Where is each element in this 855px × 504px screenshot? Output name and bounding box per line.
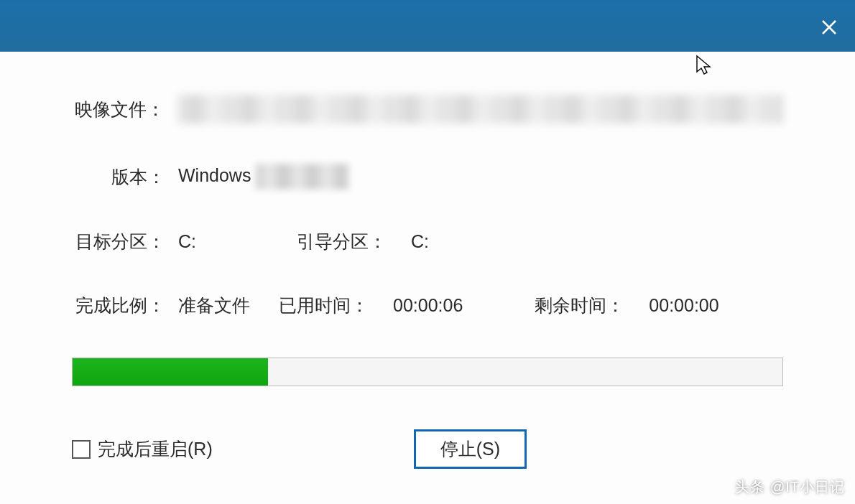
boot-partition-label: 引导分区：: [297, 230, 387, 253]
version-value: Windows: [178, 164, 349, 190]
close-button[interactable]: [816, 14, 842, 40]
target-partition-value: C:: [178, 231, 196, 252]
partition-row: 目标分区： C: 引导分区： C:: [72, 230, 783, 253]
restart-checkbox-group[interactable]: 完成后重启(R): [72, 437, 213, 461]
image-file-label: 映像文件：: [72, 98, 165, 121]
progress-fill: [73, 358, 268, 386]
version-suffix-blurred: [256, 164, 349, 190]
remaining-time-value: 00:00:00: [649, 295, 718, 316]
completion-ratio-label: 完成比例：: [72, 294, 165, 317]
watermark-text: 头条 @IT小日记: [735, 477, 845, 497]
bottom-controls: 完成后重启(R) 停止(S): [72, 429, 783, 469]
image-file-row: 映像文件：: [72, 95, 783, 123]
restart-checkbox-label: 完成后重启(R): [98, 437, 213, 461]
restart-checkbox[interactable]: [72, 440, 91, 459]
elapsed-time-label: 已用时间：: [279, 294, 369, 317]
target-partition-label: 目标分区：: [72, 230, 165, 253]
progress-bar: [72, 358, 783, 386]
title-bar: [0, 0, 855, 52]
image-file-value-blurred: [177, 95, 783, 123]
elapsed-time-value: 00:00:06: [393, 295, 463, 316]
close-icon: [821, 19, 838, 36]
stop-button[interactable]: 停止(S): [414, 429, 527, 469]
progress-info-row: 完成比例： 准备文件 已用时间： 00:00:06 剩余时间： 00:00:00: [72, 294, 783, 317]
dialog-content: 映像文件： 版本： Windows 目标分区： C: 引导分区： C: 完成比例…: [0, 52, 855, 469]
version-prefix: Windows: [178, 165, 251, 185]
remaining-time-label: 剩余时间：: [535, 294, 624, 317]
version-row: 版本： Windows: [72, 164, 783, 190]
version-label: 版本：: [72, 165, 165, 189]
completion-status-value: 准备文件: [178, 294, 250, 317]
boot-partition-value: C:: [411, 231, 429, 252]
